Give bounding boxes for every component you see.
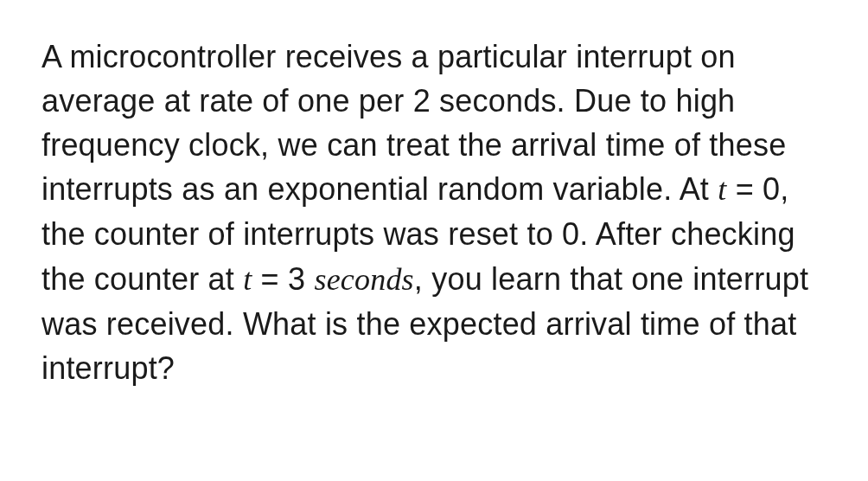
question-text-part1: A microcontroller receives a particular … bbox=[41, 39, 786, 207]
question-text-part3: = 3 bbox=[252, 261, 314, 297]
variable-t-2: t bbox=[243, 262, 252, 297]
variable-seconds: seconds bbox=[314, 262, 413, 297]
question-paragraph: A microcontroller receives a particular … bbox=[41, 35, 827, 390]
variable-t-1: t bbox=[718, 172, 726, 207]
